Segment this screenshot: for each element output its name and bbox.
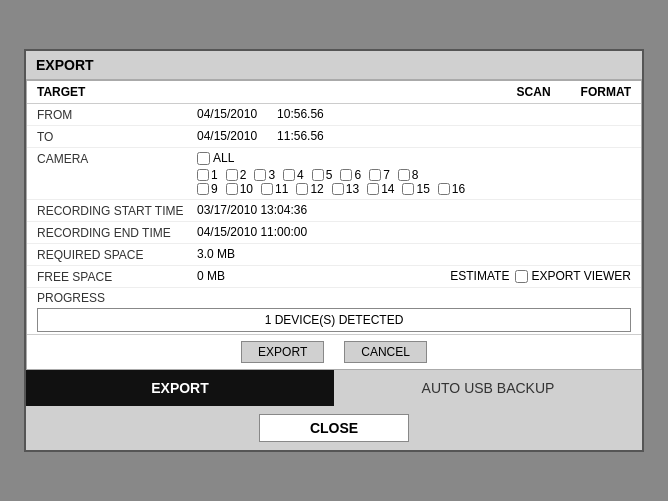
progress-label: PROGRESS bbox=[37, 291, 631, 305]
req-space-row: REQUIRED SPACE 3.0 MB bbox=[27, 244, 641, 266]
export-viewer-option[interactable]: EXPORT VIEWER bbox=[515, 269, 631, 283]
camera-10[interactable]: 10 bbox=[226, 182, 253, 196]
close-button[interactable]: CLOSE bbox=[259, 414, 409, 442]
camera-15[interactable]: 15 bbox=[402, 182, 429, 196]
camera-8[interactable]: 8 bbox=[398, 168, 419, 182]
rec-start-label: RECORDING START TIME bbox=[37, 203, 197, 218]
to-label: TO bbox=[37, 129, 197, 144]
camera-13[interactable]: 13 bbox=[332, 182, 359, 196]
rec-start-text: 03/17/2010 13:04:36 bbox=[197, 203, 307, 217]
format-header: FORMAT bbox=[581, 85, 631, 99]
export-viewer-checkbox[interactable] bbox=[515, 270, 528, 283]
close-row: CLOSE bbox=[26, 406, 642, 450]
rec-start-row: RECORDING START TIME 03/17/2010 13:04:36 bbox=[27, 200, 641, 222]
camera-1[interactable]: 1 bbox=[197, 168, 218, 182]
column-headers: TARGET SCAN FORMAT bbox=[27, 81, 641, 104]
tab-export[interactable]: EXPORT bbox=[26, 370, 334, 406]
camera-16[interactable]: 16 bbox=[438, 182, 465, 196]
camera-12[interactable]: 12 bbox=[296, 182, 323, 196]
from-row: FROM 04/15/2010 10:56.56 bbox=[27, 104, 641, 126]
from-label: FROM bbox=[37, 107, 197, 122]
dialog-title: EXPORT bbox=[26, 51, 642, 80]
to-value: 04/15/2010 11:56.56 bbox=[197, 129, 631, 143]
req-space-value: 3.0 MB bbox=[197, 247, 631, 261]
camera-row-1: 1 2 3 4 5 6 7 8 bbox=[197, 168, 425, 182]
rec-end-row: RECORDING END TIME 04/15/2010 11:00:00 bbox=[27, 222, 641, 244]
content-area: TARGET SCAN FORMAT FROM 04/15/2010 10:56… bbox=[26, 80, 642, 370]
from-value: 04/15/2010 10:56.56 bbox=[197, 107, 631, 121]
device-detected-text: 1 DEVICE(S) DETECTED bbox=[265, 313, 404, 327]
rec-end-text: 04/15/2010 11:00:00 bbox=[197, 225, 307, 239]
camera-9[interactable]: 9 bbox=[197, 182, 218, 196]
camera-3[interactable]: 3 bbox=[254, 168, 275, 182]
all-label: ALL bbox=[213, 151, 234, 165]
camera-2[interactable]: 2 bbox=[226, 168, 247, 182]
export-action-button[interactable]: EXPORT bbox=[241, 341, 324, 363]
camera-6[interactable]: 6 bbox=[340, 168, 361, 182]
free-space-value: 0 MB ESTIMATE EXPORT VIEWER bbox=[197, 269, 631, 283]
camera-7[interactable]: 7 bbox=[369, 168, 390, 182]
camera-row-2: 9 10 11 12 13 14 15 16 bbox=[197, 182, 471, 196]
target-header: TARGET bbox=[37, 85, 517, 99]
rec-end-value: 04/15/2010 11:00:00 bbox=[197, 225, 631, 239]
rec-end-label: RECORDING END TIME bbox=[37, 225, 197, 240]
export-dialog: EXPORT TARGET SCAN FORMAT FROM 04/15/201… bbox=[24, 49, 644, 452]
estimate-label: ESTIMATE bbox=[450, 269, 509, 283]
estimate-area: ESTIMATE EXPORT VIEWER bbox=[450, 269, 631, 283]
cancel-action-button[interactable]: CANCEL bbox=[344, 341, 427, 363]
rec-start-value: 03/17/2010 13:04:36 bbox=[197, 203, 631, 217]
camera-value: ALL 1 2 3 4 5 6 7 8 9 10 11 12 bbox=[197, 151, 631, 196]
camera-11[interactable]: 11 bbox=[261, 182, 288, 196]
camera-label: CAMERA bbox=[37, 151, 197, 166]
to-row: TO 04/15/2010 11:56.56 bbox=[27, 126, 641, 148]
camera-5[interactable]: 5 bbox=[312, 168, 333, 182]
req-space-text: 3.0 MB bbox=[197, 247, 235, 261]
camera-all-checkbox[interactable] bbox=[197, 152, 210, 165]
req-space-label: REQUIRED SPACE bbox=[37, 247, 197, 262]
progress-bar: 1 DEVICE(S) DETECTED bbox=[37, 308, 631, 332]
action-buttons: EXPORT CANCEL bbox=[27, 334, 641, 369]
free-space-text: 0 MB bbox=[197, 269, 225, 283]
from-date: 04/15/2010 bbox=[197, 107, 257, 121]
progress-row: PROGRESS 1 DEVICE(S) DETECTED bbox=[27, 288, 641, 334]
to-date: 04/15/2010 bbox=[197, 129, 257, 143]
camera-row: CAMERA ALL 1 2 3 4 5 6 7 8 9 bbox=[27, 148, 641, 200]
free-space-row: FREE SPACE 0 MB ESTIMATE EXPORT VIEWER bbox=[27, 266, 641, 288]
to-time: 11:56.56 bbox=[277, 129, 324, 143]
free-space-label: FREE SPACE bbox=[37, 269, 197, 284]
camera-14[interactable]: 14 bbox=[367, 182, 394, 196]
export-viewer-label: EXPORT VIEWER bbox=[531, 269, 631, 283]
camera-all-option[interactable]: ALL bbox=[197, 151, 234, 165]
tab-auto-usb[interactable]: AUTO USB BACKUP bbox=[334, 370, 642, 406]
scan-header: SCAN bbox=[517, 85, 551, 99]
camera-4[interactable]: 4 bbox=[283, 168, 304, 182]
tabs-row: EXPORT AUTO USB BACKUP bbox=[26, 370, 642, 406]
from-time: 10:56.56 bbox=[277, 107, 324, 121]
